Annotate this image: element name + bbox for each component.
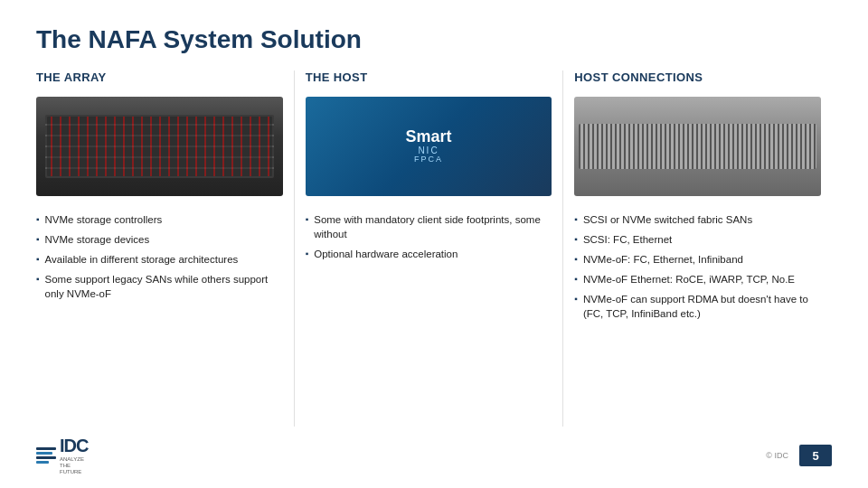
- footer: IDC ANALYZE THE FUTURE © IDC 5: [36, 436, 832, 470]
- logo-line-3: [36, 456, 56, 459]
- column-connections: HOST CONNECTIONS SCSI or NVMe switched f…: [563, 70, 832, 427]
- idc-logo: IDC ANALYZE THE FUTURE: [36, 441, 99, 470]
- list-item: NVMe storage devices: [36, 232, 283, 247]
- logo-line-2: [36, 452, 52, 455]
- smartnic-image: SmartNIC FPCA: [306, 97, 552, 196]
- page-title: The NAFA System Solution: [36, 25, 832, 54]
- list-item: NVMe-oF Ethernet: RoCE, iWARP, TCP, No.E: [574, 272, 821, 286]
- list-item: NVMe-oF can support RDMA but doesn't hav…: [574, 292, 821, 321]
- array-image: [36, 97, 283, 196]
- connections-bullets: SCSI or NVMe switched fabric SANs SCSI: …: [574, 212, 821, 327]
- array-bullets: NVMe storage controllers NVMe storage de…: [36, 212, 283, 306]
- host-bullets: Some with mandatory client side footprin…: [306, 212, 552, 267]
- copyright: © IDC: [766, 451, 788, 460]
- logo-tagline: ANALYZE THE FUTURE: [60, 456, 84, 476]
- list-item: NVMe-oF: FC, Ethernet, Infiniband: [574, 252, 821, 267]
- logo-line-4: [36, 461, 49, 464]
- page-number: 5: [799, 445, 832, 466]
- array-header: THE ARRAY: [36, 70, 283, 84]
- column-array: THE ARRAY NVMe storage controllers NVMe …: [36, 70, 294, 427]
- logo-lines: [36, 447, 56, 464]
- smartnic-fpca: FPCA: [405, 155, 451, 164]
- list-item: NVMe storage controllers: [36, 212, 283, 227]
- list-item: Some support legacy SANs while others su…: [36, 272, 283, 301]
- host-header: THE HOST: [306, 70, 552, 84]
- list-item: Some with mandatory client side footprin…: [306, 212, 552, 241]
- list-item: Available in different storage architect…: [36, 252, 283, 267]
- logo-line-1: [36, 447, 56, 450]
- list-item: Optional hardware acceleration: [306, 247, 552, 261]
- footer-right: © IDC 5: [766, 445, 832, 466]
- logo-area: IDC ANALYZE THE FUTURE: [36, 441, 99, 470]
- logo-text: IDC: [60, 436, 88, 456]
- connections-header: HOST CONNECTIONS: [574, 70, 821, 84]
- list-item: SCSI or NVMe switched fabric SANs: [574, 212, 821, 227]
- switch-image: [574, 97, 821, 196]
- columns-container: THE ARRAY NVMe storage controllers NVMe …: [36, 70, 832, 427]
- page: The NAFA System Solution THE ARRAY NVMe …: [0, 0, 868, 488]
- list-item: SCSI: FC, Ethernet: [574, 232, 821, 247]
- column-host: THE HOST SmartNIC FPCA Some with mandato…: [295, 70, 563, 427]
- smartnic-label: SmartNIC FPCA: [405, 128, 451, 165]
